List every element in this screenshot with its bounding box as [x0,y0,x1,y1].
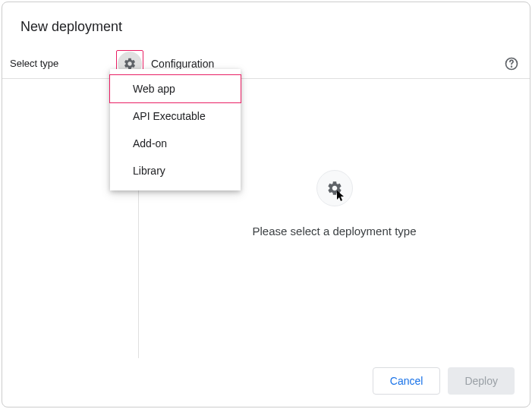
dialog-body: Please select a deployment type [2,79,530,358]
cursor-icon [337,190,345,202]
menu-item-label: Web app [133,83,175,95]
menu-item-add-on[interactable]: Add-on [110,130,241,157]
menu-item-web-app[interactable]: Web app [109,74,241,103]
deploy-button[interactable]: Deploy [448,367,515,395]
select-type-label: Select type [8,58,58,69]
gear-icon [123,57,137,71]
subheader-bar: Select type Configuration [2,49,530,79]
menu-item-label: API Executable [133,110,206,122]
svg-point-1 [512,66,512,67]
dialog-header: New deployment [2,2,530,49]
configuration-label: Configuration [151,58,214,70]
deployment-dialog: New deployment Select type Configuration [2,2,530,407]
cancel-button[interactable]: Cancel [373,367,441,395]
menu-item-label: Library [133,165,165,177]
menu-item-api-executable[interactable]: API Executable [110,102,241,130]
dialog-footer: Cancel Deploy [2,358,530,407]
menu-item-library[interactable]: Library [110,157,241,184]
dialog-title: New deployment [20,19,512,35]
type-dropdown-menu: Web app API Executable Add-on Library [110,69,241,190]
placeholder-text: Please select a deployment type [253,225,417,238]
help-button[interactable] [502,55,521,73]
help-icon [504,56,519,71]
menu-item-label: Add-on [133,137,167,149]
placeholder-gear-circle [316,170,353,206]
